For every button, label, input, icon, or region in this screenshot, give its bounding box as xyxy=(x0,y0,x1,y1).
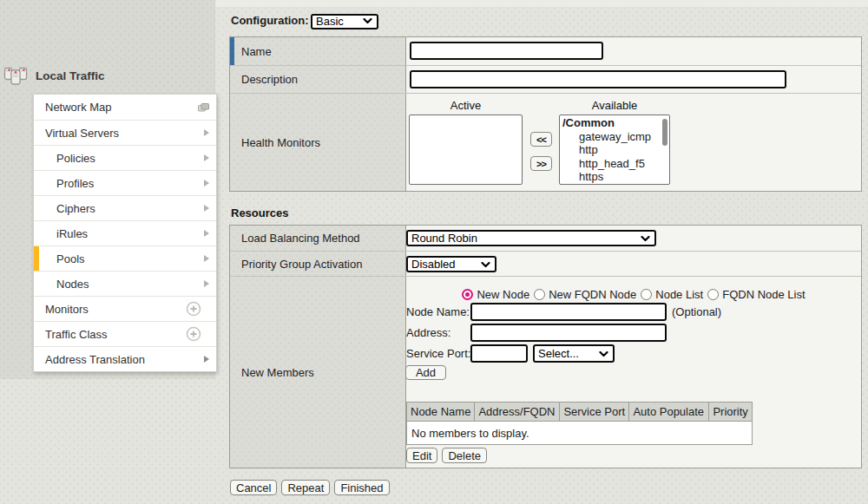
triangle-shape xyxy=(204,230,209,237)
priority-group-activation-select[interactable]: Disabled xyxy=(406,256,496,272)
configuration-select[interactable]: Basic xyxy=(311,14,378,29)
members-table-body: No members to display. xyxy=(407,422,753,445)
description-value-cell xyxy=(406,66,861,93)
finished-button[interactable]: Finished xyxy=(334,480,389,495)
radio-new-fqdn-node[interactable]: New FQDN Node xyxy=(534,288,636,301)
sidebar-item-label: Virtual Servers xyxy=(45,127,119,140)
add-button[interactable]: Add xyxy=(405,365,446,380)
column-header[interactable]: Service Port xyxy=(560,403,629,422)
radio-label: Node List xyxy=(655,288,703,301)
members-table-head: Node Name Address/FQDN Service Port Auto… xyxy=(407,403,753,422)
health-monitors-value-cell: Active Available << >> /Common gateway_i… xyxy=(406,94,861,191)
sidebar-item-pools[interactable]: Pools xyxy=(34,245,216,271)
sidebar-item-irules[interactable]: iRules xyxy=(34,220,216,245)
move-right-button[interactable]: >> xyxy=(530,156,552,171)
node-name-input[interactable] xyxy=(470,303,667,321)
sidebar-item-traffic-class[interactable]: Traffic Class xyxy=(34,321,216,346)
list-item[interactable]: http_head_f5 xyxy=(560,157,669,171)
members-table-empty-row: No members to display. xyxy=(407,422,753,445)
chevron-right-icon xyxy=(204,255,209,262)
address-field-row: Address: xyxy=(406,324,861,342)
description-row: Description xyxy=(230,65,861,93)
radio-new-node[interactable]: New Node xyxy=(462,288,529,301)
radio-button-icon[interactable] xyxy=(534,289,545,300)
name-input[interactable] xyxy=(410,42,603,60)
radio-button-icon[interactable] xyxy=(462,289,473,300)
triangle-shape xyxy=(204,356,209,363)
available-monitors-listbox[interactable]: /Common gateway_icmp http http_head_f5 h… xyxy=(559,115,670,185)
load-balancing-method-select[interactable]: Round Robin xyxy=(406,230,656,246)
load-balancing-method-label-cell: Load Balancing Method xyxy=(230,226,406,251)
sidebar-item-address-translation[interactable]: Address Translation xyxy=(34,346,216,371)
network-map-icon xyxy=(198,103,209,112)
list-item[interactable]: /Common xyxy=(560,116,669,130)
load-balancing-method-label: Load Balancing Method xyxy=(241,232,360,245)
sidebar-item-ciphers[interactable]: Ciphers xyxy=(34,195,216,220)
list-item[interactable]: gateway_icmp xyxy=(560,130,669,144)
delete-button[interactable]: Delete xyxy=(442,448,487,463)
triangle-shape xyxy=(204,180,209,187)
address-input[interactable] xyxy=(470,324,667,342)
list-item[interactable]: https xyxy=(560,170,669,184)
service-port-select[interactable]: Select... xyxy=(533,344,615,363)
chevron-right-icon xyxy=(204,205,209,212)
new-members-label: New Members xyxy=(241,366,314,379)
priority-group-activation-value-cell: Disabled xyxy=(406,252,861,276)
cancel-button[interactable]: Cancel xyxy=(230,480,277,495)
radio-button-icon[interactable] xyxy=(641,289,652,300)
required-accent-bar xyxy=(230,37,234,65)
optional-hint: (Optional) xyxy=(672,303,721,321)
add-circle-icon[interactable] xyxy=(186,326,201,342)
list-item[interactable]: http xyxy=(560,143,669,157)
new-members-value-cell: New Node New FQDN Node Node List FQDN No… xyxy=(406,277,861,468)
sidebar-item-label: Pools xyxy=(56,252,85,265)
column-header[interactable]: Node Name xyxy=(407,403,475,422)
add-circle-icon[interactable] xyxy=(186,301,201,317)
repeat-button[interactable]: Repeat xyxy=(281,480,330,495)
radio-label: FQDN Node List xyxy=(722,288,805,301)
sidebar-item-label: Traffic Class xyxy=(45,328,108,341)
service-port-field-row: Service Port: Select... xyxy=(406,344,861,363)
new-members-row: New Members New Node New FQDN Node Node … xyxy=(230,276,861,468)
scrollbar-thumb[interactable] xyxy=(662,119,667,146)
load-balancing-method-row: Load Balancing Method Round Robin xyxy=(230,226,861,251)
chevron-right-icon xyxy=(204,154,209,161)
sidebar-item-profiles[interactable]: Profiles xyxy=(34,170,216,195)
triangle-shape xyxy=(204,154,209,161)
description-input[interactable] xyxy=(410,70,786,88)
sidebar-item-monitors[interactable]: Monitors xyxy=(34,296,216,321)
sidebar-item-virtual-servers[interactable]: Virtual Servers xyxy=(34,120,216,145)
configuration-select-wrap: Basic xyxy=(311,13,378,29)
edit-button[interactable]: Edit xyxy=(406,448,437,463)
configuration-table: Name Description Health Monitors Active … xyxy=(229,36,862,192)
active-column-header: Active xyxy=(409,99,523,112)
name-value-cell xyxy=(406,37,861,65)
triangle-shape xyxy=(204,255,209,262)
form-actions: Cancel Repeat Finished xyxy=(230,480,390,495)
radio-button-icon[interactable] xyxy=(707,289,719,300)
sidebar-item-network-map[interactable]: Network Map xyxy=(34,95,216,120)
service-port-input[interactable] xyxy=(470,344,528,363)
radio-fqdn-node-list[interactable]: FQDN Node List xyxy=(707,288,805,301)
available-column-header: Available xyxy=(559,99,670,112)
configuration-label: Configuration: xyxy=(231,14,309,27)
sidebar-item-policies[interactable]: Policies xyxy=(34,145,216,170)
sidebar-item-label: iRules xyxy=(56,227,88,240)
chevron-right-icon xyxy=(204,180,209,187)
sidebar-item-nodes[interactable]: Nodes xyxy=(34,271,216,296)
chevron-right-icon xyxy=(204,230,209,237)
sidebar-item-label: Monitors xyxy=(45,303,89,316)
column-header[interactable]: Auto Populate xyxy=(629,403,709,422)
active-item-indicator xyxy=(34,246,39,271)
chevron-right-icon xyxy=(204,356,209,363)
column-header[interactable]: Address/FQDN xyxy=(475,403,560,422)
members-table-header-row: Node Name Address/FQDN Service Port Auto… xyxy=(407,403,753,422)
active-monitors-listbox[interactable] xyxy=(409,115,523,185)
member-type-radio-group: New Node New FQDN Node Node List FQDN No… xyxy=(406,288,861,300)
chevron-right-icon xyxy=(204,280,209,287)
radio-node-list[interactable]: Node List xyxy=(641,288,703,301)
service-port-select-wrap: Select... xyxy=(533,344,615,363)
move-left-button[interactable]: << xyxy=(530,132,552,147)
local-traffic-icon xyxy=(3,65,28,86)
column-header[interactable]: Priority xyxy=(709,403,752,422)
